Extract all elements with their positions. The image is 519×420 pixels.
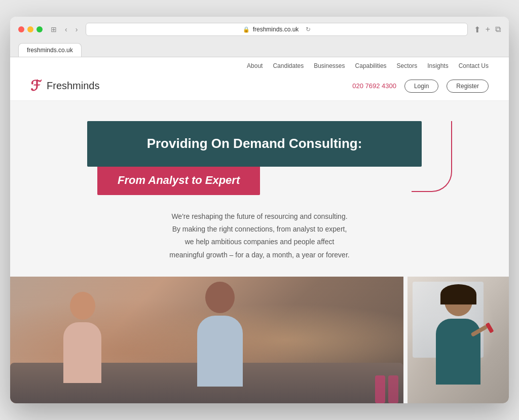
url-text: freshminds.co.uk	[253, 26, 299, 33]
photo-scene-right	[407, 277, 509, 403]
browser-controls: ⊞ ‹ ›	[49, 24, 80, 34]
chrome-actions: ⬆ + ⧉	[474, 25, 501, 34]
logo-text: Freshminds	[47, 80, 99, 92]
hero-title: Providing On Demand Consulting:	[113, 135, 396, 152]
header-top-nav: About Candidates Businesses Capabilities…	[30, 57, 489, 73]
figures-right	[407, 277, 509, 403]
tab-title: freshminds.co.uk	[27, 47, 73, 54]
nav-insights[interactable]: Insights	[427, 62, 448, 69]
tabs-icon[interactable]: ⧉	[495, 25, 501, 34]
hero-subtitle-block: From Analyst to Expert	[97, 166, 260, 195]
nav-contact[interactable]: Contact Us	[459, 62, 489, 69]
nav-about[interactable]: About	[247, 62, 263, 69]
header-bottom: ℱ Freshminds 020 7692 4300 Login Registe…	[30, 73, 489, 100]
nav-capabilities[interactable]: Capabilities	[355, 62, 387, 69]
browser-window: ⊞ ‹ › 🔒 freshminds.co.uk ↻ ⬆ + ⧉ freshmi…	[10, 17, 509, 403]
figures-left	[10, 277, 403, 403]
close-button[interactable]	[18, 26, 24, 32]
photo-presenter	[407, 277, 509, 403]
browser-chrome: ⊞ ‹ › 🔒 freshminds.co.uk ↻ ⬆ + ⧉ freshmi…	[10, 17, 509, 57]
photo-meeting	[10, 277, 403, 403]
hero-content: Providing On Demand Consulting: From Ana…	[57, 121, 462, 277]
photo-scene-left	[10, 277, 403, 403]
register-button[interactable]: Register	[447, 80, 489, 93]
forward-icon[interactable]: ›	[73, 24, 80, 34]
nav-candidates[interactable]: Candidates	[273, 62, 304, 69]
nav-businesses[interactable]: Businesses	[314, 62, 345, 69]
traffic-lights	[18, 26, 43, 32]
image-divider	[403, 277, 407, 403]
share-icon[interactable]: ⬆	[474, 25, 480, 34]
minimize-button[interactable]	[27, 26, 33, 32]
refresh-icon[interactable]: ↻	[306, 26, 311, 33]
site-content: About Candidates Businesses Capabilities…	[10, 57, 509, 403]
phone-number: 020 7692 4300	[352, 82, 396, 90]
sidebar-toggle-icon[interactable]: ⊞	[49, 24, 59, 34]
login-button[interactable]: Login	[404, 80, 438, 93]
site-header: About Candidates Businesses Capabilities…	[10, 57, 509, 101]
person-figure-a	[50, 292, 116, 403]
logo-area: ℱ Freshminds	[30, 78, 99, 94]
header-actions: 020 7692 4300 Login Register	[352, 80, 489, 93]
back-icon[interactable]: ‹	[63, 24, 69, 34]
person-figure-b	[187, 282, 253, 403]
subtitle-wrapper: From Analyst to Expert	[57, 167, 462, 195]
maximize-button[interactable]	[36, 26, 43, 32]
lock-icon: 🔒	[243, 26, 250, 33]
new-tab-icon[interactable]: +	[486, 25, 490, 34]
person-figure-c	[428, 287, 489, 403]
hero-subtitle: From Analyst to Expert	[118, 174, 240, 187]
hero-description: We're reshaping the future of resourcing…	[168, 210, 351, 261]
address-bar[interactable]: 🔒 freshminds.co.uk ↻	[86, 23, 467, 36]
logo-icon: ℱ	[30, 78, 42, 94]
browser-tab[interactable]: freshminds.co.uk	[18, 43, 82, 57]
hero-title-block: Providing On Demand Consulting:	[87, 121, 422, 167]
images-section	[10, 277, 509, 403]
nav-sectors[interactable]: Sectors	[397, 62, 418, 69]
main-navigation: About Candidates Businesses Capabilities…	[247, 62, 489, 69]
hero-section: Providing On Demand Consulting: From Ana…	[10, 101, 509, 277]
